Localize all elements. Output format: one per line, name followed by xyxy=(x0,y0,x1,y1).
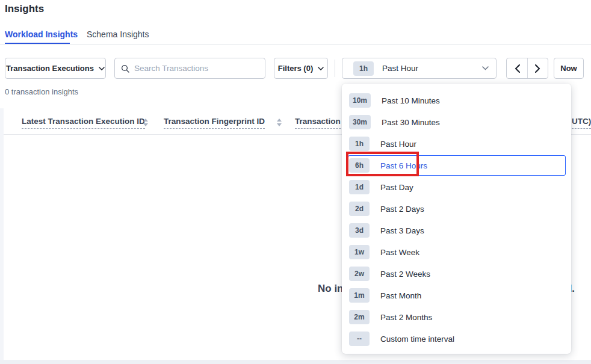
search-transactions-box[interactable] xyxy=(114,58,265,79)
left-gutter xyxy=(0,108,4,364)
time-option-past-hour[interactable]: 1h Past Hour xyxy=(342,133,571,155)
time-option-past-30-minutes[interactable]: 30m Past 30 Minutes xyxy=(342,111,571,133)
previous-interval-button[interactable] xyxy=(507,58,527,78)
time-range-badge: 1h xyxy=(353,61,374,76)
search-icon xyxy=(121,64,129,73)
chevron-down-icon xyxy=(318,67,324,70)
time-option-label: Past 10 Minutes xyxy=(382,96,440,105)
time-option-custom-interval[interactable]: -- Custom time interval xyxy=(342,328,571,350)
time-option-label: Past 2 Months xyxy=(380,313,432,322)
time-option-badge: 30m xyxy=(349,115,371,129)
tab-workload-insights[interactable]: Workload Insights xyxy=(5,29,78,39)
filters-label: Filters (0) xyxy=(278,64,314,73)
tabs-divider xyxy=(0,44,591,45)
time-option-label: Past 6 Hours xyxy=(380,161,427,170)
time-option-past-2-weeks[interactable]: 2w Past 2 Weeks xyxy=(342,263,571,285)
time-option-past-6-hours[interactable]: 6h Past 6 Hours xyxy=(342,155,571,176)
time-option-badge: 6h xyxy=(349,158,370,173)
time-option-badge: 2m xyxy=(349,310,370,324)
chevron-left-icon xyxy=(515,64,520,73)
time-option-badge: 1h xyxy=(349,137,370,151)
time-option-badge: 1w xyxy=(349,245,370,259)
sort-icon[interactable] xyxy=(277,119,282,126)
time-option-badge: 3d xyxy=(349,223,370,238)
transaction-type-label: Transaction Executions xyxy=(6,64,94,73)
time-option-badge: 2w xyxy=(349,267,370,281)
time-option-badge: 1d xyxy=(349,180,370,194)
chevron-right-icon xyxy=(535,64,540,73)
column-header-transaction-fingerprint-id[interactable]: Transaction Fingerprint ID xyxy=(164,117,265,129)
time-range-picker[interactable]: 1h Past Hour xyxy=(342,58,497,79)
time-range-label: Past Hour xyxy=(382,64,474,73)
page-title: Insights xyxy=(5,3,44,15)
time-option-label: Past 3 Days xyxy=(380,226,424,235)
column-header-start-time-utc[interactable]: UTC) xyxy=(572,117,591,129)
now-button[interactable]: Now xyxy=(554,58,584,79)
toolbar-divider xyxy=(335,60,335,77)
time-option-past-3-days[interactable]: 3d Past 3 Days xyxy=(342,220,571,241)
time-option-past-2-months[interactable]: 2m Past 2 Months xyxy=(342,306,571,328)
time-option-label: Past Day xyxy=(380,183,413,192)
transaction-type-select[interactable]: Transaction Executions xyxy=(5,58,106,79)
time-option-badge: 10m xyxy=(349,93,371,108)
time-option-label: Custom time interval xyxy=(380,335,454,344)
column-header-latest-transaction-execution-id[interactable]: Latest Transaction Execution ID xyxy=(22,117,145,129)
time-option-label: Past 30 Minutes xyxy=(382,118,440,127)
time-option-badge: 2d xyxy=(349,202,370,216)
time-option-badge: 1m xyxy=(349,288,370,303)
next-interval-button[interactable] xyxy=(527,58,548,78)
time-option-label: Past 2 Days xyxy=(380,205,424,214)
time-option-label: Past Week xyxy=(380,248,419,257)
time-option-past-2-days[interactable]: 2d Past 2 Days xyxy=(342,198,571,220)
chevron-down-icon xyxy=(482,66,489,70)
time-option-past-month[interactable]: 1m Past Month xyxy=(342,285,571,306)
time-option-past-10-minutes[interactable]: 10m Past 10 Minutes xyxy=(342,90,571,111)
search-input[interactable] xyxy=(134,64,259,73)
chevron-down-icon xyxy=(99,67,105,70)
time-option-label: Past Hour xyxy=(380,140,416,149)
bottom-strip xyxy=(0,360,591,364)
time-option-past-week[interactable]: 1w Past Week xyxy=(342,241,571,263)
time-option-past-day[interactable]: 1d Past Day xyxy=(342,176,571,198)
sort-icon[interactable] xyxy=(143,119,148,126)
time-shift-arrows xyxy=(506,58,548,79)
insights-page: Insights Workload Insights Schema Insigh… xyxy=(0,0,591,364)
time-option-label: Past 2 Weeks xyxy=(380,270,430,279)
time-option-badge: -- xyxy=(349,332,370,346)
tab-schema-insights[interactable]: Schema Insights xyxy=(87,29,149,39)
filters-button[interactable]: Filters (0) xyxy=(274,58,328,79)
time-option-label: Past Month xyxy=(380,291,421,300)
insights-count: 0 transaction insights xyxy=(5,87,78,96)
time-range-dropdown: 10m Past 10 Minutes 30m Past 30 Minutes … xyxy=(342,84,571,354)
